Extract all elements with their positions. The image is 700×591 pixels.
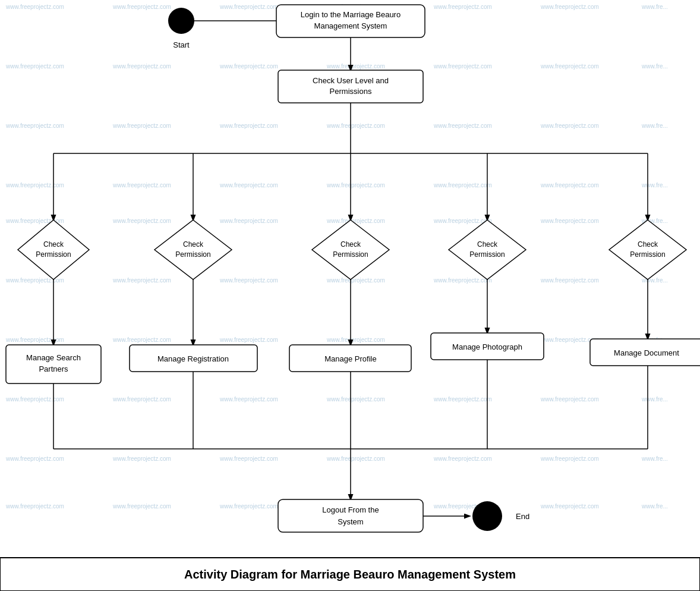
svg-text:www.freeprojectz.com: www.freeprojectz.com: [112, 455, 171, 462]
svg-text:www.freeprojectz.com: www.freeprojectz.com: [540, 503, 599, 510]
svg-text:www.freeprojectz.com: www.freeprojectz.com: [5, 182, 64, 188]
svg-text:www.freeprojectz.com: www.freeprojectz.com: [112, 277, 171, 284]
check-perm-1: [18, 220, 89, 279]
check-perm-4: [449, 220, 526, 279]
manage-profile-node: Manage Profile: [324, 354, 376, 363]
svg-text:www.freeprojectz.com: www.freeprojectz.com: [326, 396, 385, 403]
svg-text:Check: Check: [340, 240, 361, 249]
svg-text:System: System: [338, 517, 363, 526]
manage-photo-node: Manage Photograph: [452, 342, 522, 351]
svg-text:www.freeprojectz.com: www.freeprojectz.com: [433, 63, 492, 70]
svg-text:www.freeprojectz.com: www.freeprojectz.com: [326, 277, 385, 284]
svg-text:www.freeprojectz.com: www.freeprojectz.com: [540, 182, 599, 188]
svg-text:www.freeprojectz.com: www.freeprojectz.com: [326, 182, 385, 188]
svg-text:www.freeprojectz.com: www.freeprojectz.com: [5, 503, 64, 510]
svg-text:www.fre...: www.fre...: [641, 396, 668, 403]
svg-text:www.freeprojectz.com: www.freeprojectz.com: [540, 4, 599, 10]
svg-text:Permissions: Permissions: [330, 87, 372, 96]
svg-text:www.freeprojectz.com: www.freeprojectz.com: [219, 455, 278, 462]
svg-text:www.freeprojectz.com: www.freeprojectz.com: [112, 218, 171, 224]
check-perm-3: [312, 220, 389, 279]
svg-text:www.fre...: www.fre...: [641, 4, 668, 10]
svg-text:www.freeprojectz.com: www.freeprojectz.com: [540, 455, 599, 462]
svg-text:www.freeprojectz.com: www.freeprojectz.com: [112, 182, 171, 188]
svg-text:www.freeprojectz.com: www.freeprojectz.com: [219, 337, 278, 343]
svg-rect-111: [278, 499, 423, 532]
svg-text:www.fre...: www.fre...: [641, 122, 668, 129]
svg-text:www.freeprojectz.com: www.freeprojectz.com: [5, 122, 64, 129]
svg-text:www.freeprojectz.com: www.freeprojectz.com: [219, 63, 278, 70]
svg-text:www.freeprojectz.com: www.freeprojectz.com: [326, 122, 385, 129]
svg-text:Check: Check: [638, 240, 658, 249]
svg-text:www.freeprojectz.com: www.freeprojectz.com: [540, 277, 599, 284]
svg-text:www.freeprojectz.com: www.freeprojectz.com: [5, 63, 64, 70]
svg-text:www.freeprojectz.com: www.freeprojectz.com: [219, 122, 278, 129]
svg-text:www.freeprojectz.com: www.freeprojectz.com: [112, 63, 171, 70]
diagram-container: www.freeprojectz.com www.freeprojectz.co…: [0, 0, 700, 591]
svg-text:www.freeprojectz.com: www.freeprojectz.com: [326, 337, 385, 343]
svg-text:www.freeprojectz.com: www.freeprojectz.com: [540, 396, 599, 403]
svg-text:www.freeprojectz.com: www.freeprojectz.com: [112, 396, 171, 403]
svg-text:Check: Check: [477, 240, 498, 249]
svg-text:www.freeprojectz.com: www.freeprojectz.com: [219, 503, 278, 510]
svg-text:www.freeprojectz.com: www.freeprojectz.com: [326, 218, 385, 224]
svg-text:www.freeprojectz.com: www.freeprojectz.com: [433, 277, 492, 284]
svg-text:Permission: Permission: [630, 250, 665, 259]
start-label: Start: [173, 40, 190, 49]
check-perm-5: [609, 220, 686, 279]
svg-text:www.freeprojectz.com: www.freeprojectz.com: [219, 396, 278, 403]
svg-text:Partners: Partners: [39, 364, 68, 373]
svg-text:www.freeprojectz.com: www.freeprojectz.com: [219, 182, 278, 188]
svg-text:Management System: Management System: [314, 21, 387, 30]
svg-text:www.fre...: www.fre...: [641, 63, 668, 70]
svg-text:www.freeprojectz.com: www.freeprojectz.com: [219, 218, 278, 224]
svg-text:www.freeprojectz.com: www.freeprojectz.com: [540, 63, 599, 70]
login-node: Login to the Marriage Beauro: [301, 10, 401, 19]
svg-text:Check: Check: [183, 240, 204, 249]
svg-text:www.freeprojectz.com: www.freeprojectz.com: [219, 277, 278, 284]
svg-text:www.freeprojectz.com: www.freeprojectz.com: [326, 455, 385, 462]
svg-text:www.freeprojectz.com: www.freeprojectz.com: [326, 63, 385, 70]
svg-text:www.freeprojectz.com: www.freeprojectz.com: [433, 396, 492, 403]
svg-text:www.freeprojectz.com: www.freeprojectz.com: [5, 455, 64, 462]
svg-text:Permission: Permission: [175, 250, 210, 259]
check-permissions-node: Check User Level and: [313, 76, 389, 85]
svg-text:www.fre...: www.fre...: [641, 182, 668, 188]
svg-text:www.freeprojectz.com: www.freeprojectz.com: [540, 218, 599, 224]
svg-text:www.freeprojectz.com: www.freeprojectz.com: [540, 122, 599, 129]
svg-text:Permission: Permission: [333, 250, 368, 259]
svg-text:Check: Check: [43, 240, 64, 249]
svg-text:Permission: Permission: [36, 250, 71, 259]
manage-search-node: Manage Search: [26, 353, 81, 362]
svg-text:www.freeprojectz.com: www.freeprojectz.com: [112, 337, 171, 343]
svg-text:www.freeprojectz.com: www.freeprojectz.com: [112, 503, 171, 510]
logout-node: Logout From the: [322, 505, 379, 514]
svg-text:www.freeprojectz.com: www.freeprojectz.com: [112, 4, 171, 10]
manage-reg-node: Manage Registration: [157, 354, 229, 363]
svg-text:www.freeprojectz.com: www.freeprojectz.com: [433, 122, 492, 129]
diagram-title: Activity Diagram for Marriage Beauro Man…: [184, 568, 516, 581]
svg-text:www.freeprojectz.com: www.freeprojectz.com: [5, 337, 64, 343]
check-perm-2: [154, 220, 232, 279]
svg-text:www.freeprojectz.com: www.freeprojectz.com: [112, 122, 171, 129]
end-node: [472, 501, 502, 531]
svg-text:www.freeprojectz.com: www.freeprojectz.com: [5, 396, 64, 403]
svg-text:www.fre...: www.fre...: [641, 503, 668, 510]
end-label: End: [516, 512, 529, 521]
svg-text:www.fre...: www.fre...: [641, 455, 668, 462]
svg-text:www.freeprojectz.com: www.freeprojectz.com: [5, 4, 64, 10]
svg-text:www.freeprojectz.com: www.freeprojectz.com: [433, 182, 492, 188]
svg-text:www.freeprojectz.com: www.freeprojectz.com: [433, 4, 492, 10]
svg-text:www.freeprojectz.com: www.freeprojectz.com: [433, 455, 492, 462]
manage-doc-node: Manage Document: [614, 348, 679, 357]
svg-text:Permission: Permission: [469, 250, 504, 259]
svg-text:www.freeprojectz.com: www.freeprojectz.com: [219, 4, 278, 10]
